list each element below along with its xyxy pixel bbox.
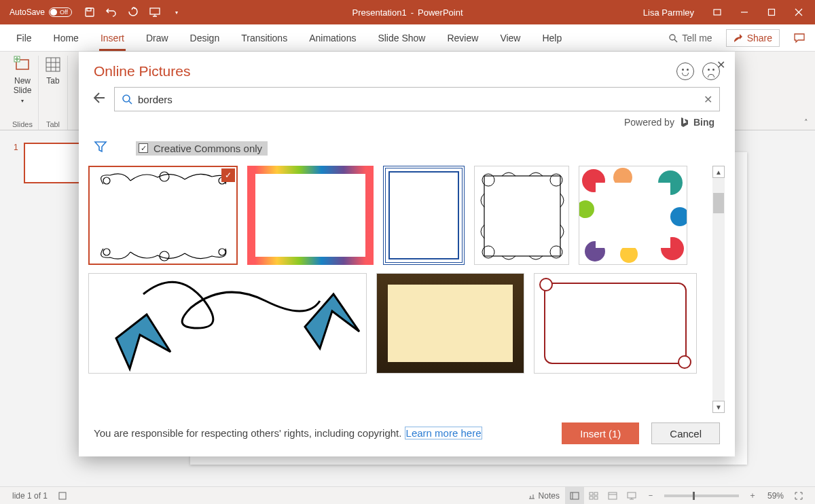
notes-button[interactable]: Notes <box>522 491 565 501</box>
search-input[interactable] <box>138 94 704 105</box>
image-result[interactable] <box>474 166 569 265</box>
close-icon[interactable] <box>785 0 812 24</box>
svg-rect-3 <box>714 10 721 15</box>
undo-icon[interactable] <box>101 0 122 24</box>
svg-rect-16 <box>570 492 579 499</box>
image-result[interactable] <box>534 273 697 374</box>
collapse-ribbon-icon[interactable]: ˄ <box>797 118 815 130</box>
tab-help[interactable]: Help <box>531 24 573 51</box>
svg-rect-15 <box>59 492 66 499</box>
redo-icon[interactable] <box>122 0 144 24</box>
slideshow-view-icon[interactable] <box>622 487 641 505</box>
svg-rect-5 <box>769 10 775 16</box>
view-buttons <box>565 487 641 505</box>
powered-by-label: Powered by Bing <box>79 114 735 133</box>
status-bar: lide 1 of 1 Notes － ＋ 59% <box>0 486 815 504</box>
creative-commons-checkbox[interactable]: ✓ Creative Commons only <box>136 141 268 156</box>
fit-to-window-icon[interactable] <box>789 492 808 500</box>
image-result[interactable]: ★ ★ ★ ★ ★ ★ <box>247 166 374 265</box>
window-title: Presentation1 - PowerPoint <box>352 7 463 18</box>
tab-transitions[interactable]: Transitions <box>230 24 298 51</box>
back-icon[interactable] <box>91 90 106 108</box>
minimize-icon[interactable] <box>731 0 758 24</box>
zoom-out-icon[interactable]: － <box>641 490 660 501</box>
svg-rect-21 <box>594 497 598 499</box>
ribbon-group-tables: Tab Tabl <box>39 56 68 130</box>
svg-rect-19 <box>594 492 598 495</box>
qat-more-icon[interactable]: ▾ <box>166 0 187 24</box>
comments-icon[interactable] <box>784 33 815 43</box>
svg-line-7 <box>674 39 677 42</box>
feedback-happy-icon[interactable] <box>676 62 694 80</box>
learn-more-link[interactable]: Learn more here <box>405 427 483 439</box>
tab-slideshow[interactable]: Slide Show <box>367 24 436 51</box>
toggle-switch[interactable]: Off <box>49 7 72 17</box>
svg-rect-10 <box>46 58 60 71</box>
svg-point-31 <box>160 172 169 181</box>
zoom-level[interactable]: 59% <box>762 491 789 501</box>
svg-rect-2 <box>150 8 160 14</box>
tell-me-search[interactable]: Tell me <box>659 33 721 43</box>
tab-design[interactable]: Design <box>179 24 231 51</box>
checkbox-icon: ✓ <box>139 143 148 153</box>
scroll-track[interactable] <box>712 178 725 401</box>
svg-rect-33 <box>484 176 560 256</box>
maximize-icon[interactable] <box>758 0 785 24</box>
image-result[interactable] <box>88 273 367 374</box>
tab-animations[interactable]: Animations <box>298 24 367 51</box>
clear-search-icon[interactable]: ✕ <box>704 93 712 106</box>
tab-insert[interactable]: Insert <box>90 24 135 51</box>
scroll-down-icon[interactable]: ▼ <box>712 401 725 413</box>
save-icon[interactable] <box>79 0 101 24</box>
svg-point-25 <box>123 95 130 102</box>
svg-point-32 <box>160 251 169 261</box>
search-box[interactable]: ✕ <box>114 87 720 111</box>
image-result[interactable] <box>579 166 687 265</box>
dialog-title: Online Pictures <box>94 63 190 79</box>
results-scrollbar[interactable]: ▲ ▼ <box>712 166 725 413</box>
new-slide-button[interactable]: New Slide ▾ <box>14 56 32 104</box>
svg-point-27 <box>103 177 110 184</box>
ribbon-group-slides: New Slide ▾ Slides <box>7 56 39 130</box>
copyright-disclaimer: You are responsible for respecting other… <box>94 426 482 442</box>
feedback-sad-icon[interactable] <box>702 62 720 80</box>
share-button[interactable]: Share <box>726 29 780 47</box>
tab-file[interactable]: File <box>5 24 43 51</box>
svg-line-26 <box>129 101 132 104</box>
reading-view-icon[interactable] <box>603 487 622 505</box>
svg-point-30 <box>219 249 225 255</box>
selected-check-icon: ✓ <box>221 168 235 182</box>
image-result[interactable]: ✓ <box>88 166 238 265</box>
results-area: ✓ ★ ★ ★ ★ ★ ★ <box>79 166 735 413</box>
ribbon-options-icon[interactable] <box>704 0 731 24</box>
zoom-slider[interactable] <box>664 494 739 497</box>
scroll-thumb[interactable] <box>713 193 724 213</box>
filter-icon[interactable] <box>94 140 107 156</box>
table-button[interactable]: Tab <box>44 56 62 86</box>
svg-rect-18 <box>590 492 593 495</box>
slide-counter[interactable]: lide 1 of 1 <box>7 491 53 501</box>
tab-view[interactable]: View <box>489 24 531 51</box>
zoom-in-icon[interactable]: ＋ <box>743 490 762 501</box>
tab-draw[interactable]: Draw <box>135 24 179 51</box>
present-icon[interactable] <box>144 0 166 24</box>
insert-button[interactable]: Insert (1) <box>562 422 639 444</box>
svg-rect-24 <box>628 492 636 498</box>
autosave-toggle[interactable]: AutoSave Off <box>3 7 79 17</box>
ribbon-tabs: File Home Insert Draw Design Transitions… <box>0 24 815 52</box>
tab-home[interactable]: Home <box>43 24 90 51</box>
search-icon <box>122 94 132 105</box>
image-result[interactable] <box>383 166 465 265</box>
tab-review[interactable]: Review <box>436 24 489 51</box>
svg-point-6 <box>670 35 675 40</box>
slide-number: 1 <box>14 143 18 183</box>
cancel-button[interactable]: Cancel <box>651 422 720 444</box>
sorter-view-icon[interactable] <box>584 487 603 505</box>
scroll-up-icon[interactable]: ▲ <box>712 166 725 178</box>
image-result[interactable] <box>376 273 524 374</box>
user-name[interactable]: Lisa Parmley <box>634 7 704 18</box>
bing-icon <box>678 117 689 128</box>
accessibility-icon[interactable] <box>53 492 72 500</box>
online-pictures-dialog: ✕ Online Pictures ✕ Powered by Bing ✓ Cr… <box>79 52 735 456</box>
normal-view-icon[interactable] <box>565 487 584 505</box>
